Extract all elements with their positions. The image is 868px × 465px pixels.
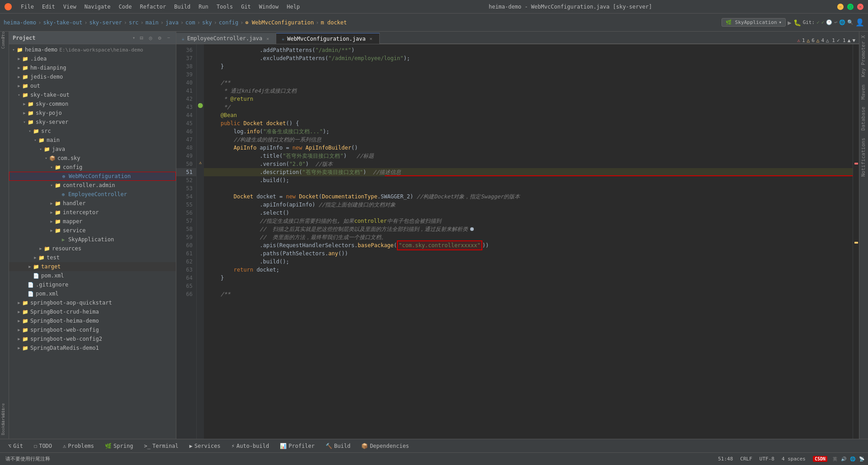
tree-test[interactable]: ▶ 📁 test bbox=[9, 253, 176, 262]
tree-jedis-demo[interactable]: ▶ 📁 jedis-demo bbox=[9, 72, 176, 81]
status-position[interactable]: 51:48 bbox=[716, 455, 735, 463]
tree-config[interactable]: ▾ 📁 config bbox=[9, 163, 176, 172]
menu-git[interactable]: Git bbox=[237, 3, 255, 11]
scroll-down[interactable]: ▼ bbox=[852, 38, 855, 43]
git-search[interactable]: 🔍 bbox=[847, 19, 854, 25]
tree-controller-admin[interactable]: ▾ 📁 controller.admin bbox=[9, 181, 176, 190]
collapse-all-button[interactable]: ⊟ bbox=[138, 34, 145, 42]
breadcrumb-sky-server[interactable]: sky-server bbox=[89, 19, 122, 26]
breadcrumb-sky[interactable]: sky bbox=[202, 19, 212, 26]
bookmarks-icon[interactable]: Bookmarks bbox=[1, 430, 8, 437]
tree-idea[interactable]: ▶ 📁 .idea bbox=[9, 54, 176, 63]
tree-service[interactable]: ▶ 📁 service bbox=[9, 226, 176, 235]
bottom-tab-spring[interactable]: 🌿 Spring bbox=[100, 442, 137, 451]
bottom-tab-todo[interactable]: ☐ TODO bbox=[29, 442, 57, 451]
tree-spring-data-redis[interactable]: ▶ 📁 SpringDataRedis-demo1 bbox=[9, 343, 176, 352]
database-tab[interactable]: Database bbox=[859, 103, 868, 134]
breadcrumb-webmvc[interactable]: ⊕ WebMvcConfiguration bbox=[245, 19, 314, 26]
debug-button[interactable]: 🐛 bbox=[793, 19, 801, 26]
tree-pom-sky-take-out[interactable]: 📄 pom.xml bbox=[9, 289, 176, 298]
breadcrumb-src[interactable]: src bbox=[129, 19, 139, 26]
menu-window[interactable]: Window bbox=[255, 3, 282, 11]
minimize-button[interactable]: － bbox=[837, 4, 844, 10]
tree-gitignore[interactable]: 📄 .gitignore bbox=[9, 280, 176, 289]
menu-edit[interactable]: Edit bbox=[38, 3, 59, 11]
bottom-tab-profiler[interactable]: 📊 Profiler bbox=[275, 442, 319, 451]
tree-main[interactable]: ▾ 📁 main bbox=[9, 136, 176, 145]
bottom-tab-dependencies[interactable]: 📦 Dependencies bbox=[357, 442, 414, 451]
scroll-up[interactable]: ▲ bbox=[848, 38, 851, 43]
menu-help[interactable]: Help bbox=[283, 3, 303, 11]
git-checkmark1[interactable]: ✓ bbox=[816, 19, 820, 25]
breadcrumb-docket[interactable]: m docket bbox=[321, 19, 347, 26]
key-promoter-tab[interactable]: Key Promoter X bbox=[859, 32, 868, 81]
breadcrumb-java[interactable]: java bbox=[165, 19, 179, 26]
status-indent[interactable]: 4 spaces bbox=[780, 455, 807, 463]
bottom-tab-auto-build[interactable]: ⚡ Auto-build bbox=[227, 442, 274, 451]
tree-out[interactable]: ▶ 📁 out bbox=[9, 81, 176, 90]
tree-springboot-aop[interactable]: ▶ 📁 springboot-aop-quickstart bbox=[9, 298, 176, 307]
bottom-tab-build[interactable]: 🔨 Build bbox=[321, 442, 355, 451]
menu-tools[interactable]: Tools bbox=[213, 3, 236, 11]
tree-resources[interactable]: ▶ 📁 resources bbox=[9, 244, 176, 253]
maximize-button[interactable]: □ bbox=[847, 4, 854, 10]
bottom-tab-problems[interactable]: ⚠ Problems bbox=[58, 442, 99, 451]
tree-root-heima-demo[interactable]: ▾ 📁 heima-demo E:\idea-workspace\heima-d… bbox=[9, 45, 176, 54]
status-encoding[interactable]: UTF-8 bbox=[758, 455, 776, 463]
close-panel-button[interactable]: － bbox=[165, 34, 172, 42]
panel-dropdown-icon[interactable]: ▾ bbox=[132, 35, 135, 40]
tree-sky-application[interactable]: ▶ SkyApplication bbox=[9, 235, 176, 244]
tree-springboot-web-config[interactable]: ▶ 📁 springboot-web-config bbox=[9, 325, 176, 334]
breadcrumb-com[interactable]: com bbox=[185, 19, 195, 26]
menu-build[interactable]: Build bbox=[170, 3, 194, 11]
tree-sky-take-out[interactable]: ▾ 📁 sky-take-out bbox=[9, 90, 176, 99]
location-button[interactable]: ◎ bbox=[147, 34, 154, 42]
tab-close-button[interactable]: ✕ bbox=[265, 36, 270, 41]
maven-tab[interactable]: Maven bbox=[859, 81, 868, 103]
tree-webmvc[interactable]: ⊕ WebMvcConfiguration bbox=[9, 172, 176, 181]
tree-src[interactable]: ▾ 📁 src bbox=[9, 127, 176, 136]
tree-sky-server[interactable]: ▾ 📁 sky-server bbox=[9, 117, 176, 127]
tree-pom-sky-server[interactable]: 📄 pom.xml bbox=[9, 271, 176, 280]
tree-handler[interactable]: ▶ 📁 handler bbox=[9, 199, 176, 208]
commit-icon[interactable]: Commit bbox=[1, 43, 8, 51]
menu-run[interactable]: Run bbox=[195, 3, 212, 11]
tree-com-sky[interactable]: ▾ 📦 com.sky bbox=[9, 154, 176, 163]
run-button[interactable]: ▶ bbox=[788, 19, 791, 26]
breadcrumb-config[interactable]: config bbox=[219, 19, 238, 26]
status-line-ending[interactable]: CRLF bbox=[738, 455, 754, 463]
tree-target[interactable]: ▶ 📁 target bbox=[9, 262, 176, 271]
tab-webmvc[interactable]: ☕ WebMvcConfiguration.java ✕ bbox=[276, 33, 379, 44]
tree-java[interactable]: ▾ 📁 java bbox=[9, 145, 176, 154]
breadcrumb-sky-take-out[interactable]: sky-take-out bbox=[43, 19, 82, 26]
tree-sky-pojo[interactable]: ▶ 📁 sky-pojo bbox=[9, 108, 176, 117]
tree-springboot-crud[interactable]: ▶ 📁 SpringBoot-crud-heima bbox=[9, 307, 176, 316]
gutter-marker-44[interactable]: 🟢 bbox=[197, 101, 204, 109]
tree-interceptor[interactable]: ▶ 📁 interceptor bbox=[9, 208, 176, 217]
tree-employee-controller[interactable]: ⊕ EmployeeController bbox=[9, 190, 176, 199]
tree-springboot-web-config2[interactable]: ▶ 📁 springboot-web-config2 bbox=[9, 334, 176, 343]
bottom-tab-services[interactable]: ▶ Services bbox=[185, 442, 225, 451]
git-profile[interactable]: 👤 bbox=[855, 18, 864, 27]
tree-hm-dianping[interactable]: ▶ 📁 hm-dianping bbox=[9, 63, 176, 72]
close-button[interactable]: ✕ bbox=[857, 4, 863, 10]
code-content[interactable]: .addPathPatterns("/admin/**") .excludePa… bbox=[204, 44, 853, 439]
git-checkmark2[interactable]: ✓ bbox=[821, 19, 825, 25]
breadcrumb-heima-demo[interactable]: heima-demo bbox=[4, 19, 36, 26]
menu-view[interactable]: View bbox=[60, 3, 80, 11]
menu-navigate[interactable]: Navigate bbox=[81, 3, 114, 11]
settings-icon[interactable]: ⚙ bbox=[156, 34, 163, 42]
run-config-selector[interactable]: 🌿 SkyApplication ▾ bbox=[722, 18, 786, 27]
git-clock[interactable]: 🕐 bbox=[826, 19, 832, 25]
breadcrumb-main[interactable]: main bbox=[146, 19, 159, 26]
tree-sky-common[interactable]: ▶ 📁 sky-common bbox=[9, 99, 176, 108]
bottom-tab-git[interactable]: ⌥ Git bbox=[4, 442, 28, 451]
menu-code[interactable]: Code bbox=[115, 3, 136, 11]
bottom-tab-terminal[interactable]: >_ Terminal bbox=[139, 442, 183, 451]
git-undo[interactable]: ↩ bbox=[834, 19, 837, 25]
git-translate[interactable]: 🌐 bbox=[839, 19, 845, 25]
gutter-marker-51[interactable]: ⚠ bbox=[197, 158, 204, 166]
menu-file[interactable]: File bbox=[17, 3, 38, 11]
tree-mapper[interactable]: ▶ 📁 mapper bbox=[9, 217, 176, 226]
tab-employee-controller[interactable]: ☕ EmployeeController.java ✕ bbox=[176, 33, 276, 44]
